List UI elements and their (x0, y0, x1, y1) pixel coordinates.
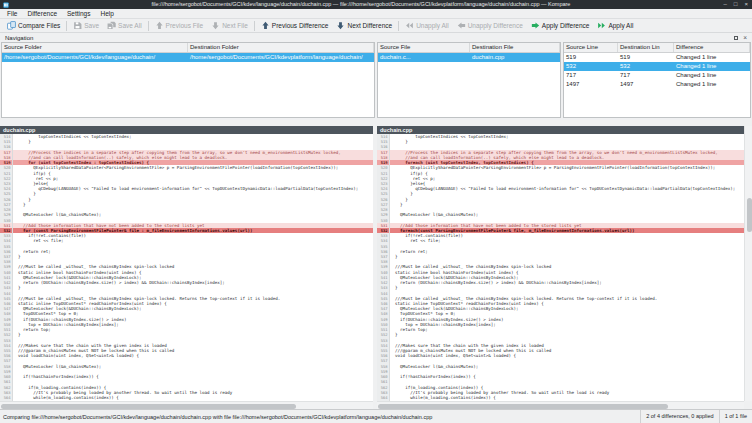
folder-row[interactable]: /home/sergobot/Documents/GCI/kdev/langua… (2, 53, 374, 62)
line-number: 564 (0, 395, 12, 400)
difference-row[interactable]: 532532Changed 1 line (564, 62, 750, 71)
toolbar-separator (148, 21, 149, 31)
previous-difference-button[interactable]: Previous Difference (257, 20, 333, 32)
toolbar-button-label: Apply Difference (542, 22, 590, 29)
compare-files-icon (7, 21, 16, 30)
dock-close-icon[interactable]: × (743, 33, 747, 42)
unapply-difference-button[interactable]: Unapply Difference (453, 20, 527, 32)
column-header-destination-folder[interactable]: Destination Folder (188, 43, 374, 52)
apply-all-button[interactable]: Apply All (593, 20, 637, 32)
table-cell: 1497 (618, 80, 674, 89)
file-row[interactable]: duchain.c...duchain.cpp (378, 53, 560, 62)
difference-row[interactable]: 14971497Changed 1 line (564, 80, 750, 89)
destination-horizontal-scrollbar-handle[interactable] (378, 404, 668, 409)
toolbar-button-label: Next File (222, 22, 248, 29)
destination-horizontal-scrollbar[interactable] (377, 401, 744, 409)
table-cell: duchain.cpp (470, 53, 560, 62)
table-header-row: Source FileDestination File (378, 43, 560, 53)
compare-files-button[interactable]: Compare Files (3, 20, 64, 32)
next-file-button[interactable]: Next File (207, 20, 252, 32)
apply-difference-icon (531, 21, 540, 30)
difference-row[interactable]: 717717Changed 1 line (564, 71, 750, 80)
toolbar-button-label: Previous File (166, 22, 204, 29)
toolbar: Compare FilesSaveSave AllPrevious FileNe… (0, 19, 752, 33)
dock-float-icon[interactable] (734, 36, 738, 40)
table-header-row: Source FolderDestination Folder (2, 43, 374, 53)
toolbar-button-label: Previous Difference (272, 22, 329, 29)
status-message: Comparing file:///home/sergobot/Document… (0, 414, 640, 420)
column-header-source-line[interactable]: Source Line (564, 43, 618, 52)
toolbar-button-label: Apply All (608, 22, 633, 29)
table-cell: 532 (564, 62, 618, 71)
toolbar-button-label: Compare Files (18, 22, 60, 29)
menubar: FileDifferenceSettingsHelp (0, 9, 752, 19)
source-line-number-gutter: 5145155165175185195205215225235245255265… (0, 134, 13, 401)
vertical-scrollbar[interactable] (744, 126, 752, 401)
table-cell: 519 (564, 53, 618, 62)
column-header-source-file[interactable]: Source File (378, 43, 470, 52)
column-header-destination-file[interactable]: Destination File (470, 43, 560, 52)
table-cell: duchain.c... (378, 53, 470, 62)
save-all-icon (107, 21, 116, 30)
next-difference-button[interactable]: Next Difference (332, 20, 396, 32)
menu-difference[interactable]: Difference (22, 9, 62, 19)
source-pane: 5145155165175185195205215225235245255265… (0, 134, 373, 401)
code-line: while(m_loading.contains(index)) { (13, 395, 373, 400)
pane-splitter[interactable] (373, 126, 377, 401)
table-cell: Changed 1 line (674, 62, 750, 71)
previous-file-button[interactable]: Previous File (151, 20, 208, 32)
unapply-all-button[interactable]: Unapply All (401, 20, 453, 32)
code-line: qCDebug(LANGUAGE) << "Failed to load env… (13, 186, 373, 191)
save-all-button[interactable]: Save All (103, 20, 146, 32)
source-code-view: topContextIndices << topContextIndex; } … (13, 134, 373, 401)
menu-file[interactable]: File (2, 9, 22, 19)
toolbar-button-label: Unapply All (416, 22, 449, 29)
next-file-icon (211, 21, 220, 30)
source-horizontal-scrollbar-handle[interactable] (1, 404, 296, 409)
navigation-dock-buttons: × (734, 33, 747, 42)
navigation-dock-titlebar[interactable]: Navigation × (0, 33, 752, 42)
table-cell: 717 (564, 71, 618, 80)
navigation-dock-title: Navigation (5, 35, 33, 41)
source-horizontal-scrollbar[interactable] (0, 401, 373, 409)
column-header-destination-lin[interactable]: Destination Lin (618, 43, 674, 52)
next-difference-icon (336, 21, 345, 30)
line-number: 564 (377, 395, 389, 400)
vertical-scrollbar-handle[interactable] (747, 198, 752, 232)
close-button[interactable]: × (744, 0, 748, 9)
unapply-all-icon (405, 21, 414, 30)
window-controls: –□× (724, 0, 748, 9)
source-pane-title: duchain.cpp (3, 127, 35, 133)
table-header-row: Source LineDestination LinDifference (564, 43, 750, 53)
statusbar: Comparing file:///home/sergobot/Document… (0, 409, 752, 423)
kompare-app-icon (3, 2, 9, 8)
difference-row[interactable]: 519519Changed 1 line (564, 53, 750, 62)
menu-settings[interactable]: Settings (62, 9, 96, 19)
code-line: QExplicitlySharedDataPointer<ParsingEnvi… (13, 165, 373, 170)
table-cell: /home/sergobot/Documents/GCI/kdev/langua… (2, 53, 188, 62)
save-button[interactable]: Save (69, 20, 103, 32)
destination-pane-title: duchain.cpp (380, 127, 412, 133)
previous-difference-icon (261, 21, 270, 30)
toolbar-button-label: Save (84, 22, 99, 29)
table-cell: 532 (618, 62, 674, 71)
table-cell: 1497 (564, 80, 618, 89)
table-cell: 519 (618, 53, 674, 62)
column-header-difference[interactable]: Difference (674, 43, 750, 52)
unapply-difference-icon (457, 21, 466, 30)
column-header-source-folder[interactable]: Source Folder (2, 43, 188, 52)
kompare-window: file:///home/sergobot/Documents/GCI/kdev… (0, 0, 752, 423)
minimize-button[interactable]: – (724, 0, 727, 9)
window-title: file:///home/sergobot/Documents/GCI/kdev… (40, 0, 682, 9)
toolbar-button-label: Save All (118, 22, 142, 29)
maximize-button[interactable]: □ (734, 0, 738, 9)
table-cell: Changed 1 line (674, 71, 750, 80)
table-body: duchain.c...duchain.cpp (378, 53, 560, 62)
destination-pane: 5145155165175185195205215225235245255265… (377, 134, 744, 401)
destination-pane-header: duchain.cpp (377, 126, 744, 134)
toolbar-separator (398, 21, 399, 31)
menu-help[interactable]: Help (96, 9, 119, 19)
toolbar-button-label: Unapply Difference (468, 22, 523, 29)
apply-difference-button[interactable]: Apply Difference (527, 20, 594, 32)
table-cell: /home/sergobot/Documents/GCI/kdevplatfor… (188, 53, 374, 62)
